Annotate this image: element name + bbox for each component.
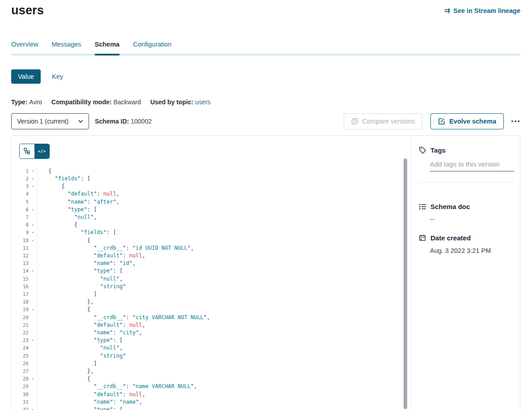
code-text: "null", [37, 275, 123, 283]
line-number: 32 [12, 406, 29, 410]
date-created-section: Date created Aug. 3 2022 3:21 PM [419, 234, 514, 254]
stream-lineage-link[interactable]: ⇉ See in Stream lineage [444, 7, 520, 14]
ellipsis-icon [511, 120, 519, 122]
tags-heading: Tags [419, 146, 514, 154]
fold-gutter [29, 391, 37, 398]
page-header: users ⇉ See in Stream lineage [11, 0, 520, 18]
tab-bar: Overview Messages Schema Configuration [11, 41, 520, 56]
code-text: "default": null, [37, 252, 145, 260]
tab-schema[interactable]: Schema [95, 41, 120, 54]
code-text: "default": null, [37, 391, 145, 398]
topic-link[interactable]: users [195, 98, 210, 106]
code-text: "null", [37, 344, 123, 352]
line-number: 12 [12, 252, 29, 260]
compatibility-mode: Compatibility mode:Backward [51, 98, 141, 106]
tab-configuration[interactable]: Configuration [133, 41, 171, 54]
code-view-button[interactable]: </> [34, 144, 49, 158]
tags-input[interactable] [430, 160, 514, 171]
compatibility-value: Backward [113, 98, 140, 106]
fold-gutter [29, 198, 37, 206]
code-text: { [37, 221, 77, 229]
date-created-heading: Date created [419, 234, 514, 242]
code-line: 7 "null", [12, 214, 411, 221]
value-toggle-button[interactable]: Value [11, 69, 41, 84]
evolve-schema-label: Evolve schema [449, 118, 496, 125]
code-text: "__crdb__": "id UUID NOT NULL", [37, 244, 194, 252]
more-options-button[interactable] [511, 118, 520, 125]
line-number: 5 [12, 198, 29, 206]
code-text: "type": [ [37, 337, 123, 344]
editor-view-toggle: </> [19, 144, 50, 159]
line-number: 29 [12, 383, 29, 390]
fold-arrow[interactable]: ▾ [29, 306, 37, 313]
code-line: 5 "name": "after", [12, 198, 411, 206]
line-number: 8 [12, 221, 29, 229]
code-line: 15 "null", [12, 275, 411, 283]
fold-gutter [29, 244, 37, 252]
line-number: 14 [12, 267, 29, 275]
code-line: 21 "default": null, [12, 321, 411, 329]
key-toggle-link[interactable]: Key [52, 73, 63, 80]
code-line: 4 "default": null, [12, 190, 411, 198]
version-selected-value: Version 1 (current) [17, 118, 68, 125]
schema-doc-value: -- [430, 216, 514, 223]
tree-view-button[interactable] [20, 144, 34, 158]
code-line: 16 "string" [12, 283, 411, 290]
fold-gutter [29, 360, 37, 367]
code-text: "string" [37, 283, 126, 290]
version-select[interactable]: Version 1 (current) [11, 113, 89, 129]
fold-gutter [29, 329, 37, 337]
fold-arrow[interactable]: ▾ [29, 221, 37, 229]
fold-arrow[interactable]: ▾ [29, 337, 37, 344]
code-text: "type": [ [37, 406, 123, 410]
type-label: Type: [11, 98, 27, 106]
fold-gutter [29, 290, 37, 298]
code-line: 2▾ "fields": [ [12, 175, 411, 183]
fold-arrow[interactable]: ▾ [29, 406, 37, 410]
line-number: 24 [12, 344, 29, 352]
code-lines: 1▾{2▾ "fields": [3▾ {4 "default": null,5… [12, 167, 411, 410]
fold-gutter [29, 252, 37, 260]
line-number: 9 [12, 229, 29, 236]
code-text: { [37, 237, 90, 244]
stream-lineage-icon: ⇉ [444, 7, 450, 14]
line-number: 16 [12, 283, 29, 290]
fold-arrow[interactable]: ▾ [29, 237, 37, 244]
code-text: "name": "name", [37, 398, 142, 406]
fold-gutter [29, 321, 37, 329]
type-value: Avro [29, 98, 42, 106]
line-number: 19 [12, 306, 29, 313]
code-line: 29 "__crdb__": "name VARCHAR NULL", [12, 383, 411, 390]
code-text: "default": null, [37, 190, 119, 198]
date-created-title: Date created [430, 234, 471, 242]
code-line: 23▾ "type": [ [12, 337, 411, 344]
fold-gutter [29, 398, 37, 406]
code-line: 20 "__crdb__": "city VARCHAR NOT NULL", [12, 314, 411, 321]
editor-scrollbar[interactable] [404, 158, 407, 409]
code-line: 8▾ { [12, 221, 411, 229]
compare-versions-button[interactable]: Compare versions [344, 113, 423, 129]
fold-arrow[interactable]: ▾ [29, 206, 37, 214]
tab-overview[interactable]: Overview [11, 41, 38, 54]
tab-messages[interactable]: Messages [51, 41, 81, 54]
code-line: 25 "string" [12, 352, 411, 360]
code-text: { [37, 183, 64, 190]
fold-arrow[interactable]: ▾ [29, 167, 37, 175]
fold-arrow[interactable]: ▾ [29, 183, 37, 190]
fold-arrow[interactable]: ▾ [29, 267, 37, 275]
fold-gutter [29, 190, 37, 198]
code-line: 12 "default": null, [12, 252, 411, 260]
line-number: 7 [12, 214, 29, 221]
line-number: 13 [12, 260, 29, 267]
schema-id-value: 100002 [131, 118, 152, 125]
schema-doc-heading: Schema doc [419, 203, 514, 210]
code-text: "default": null, [37, 321, 145, 329]
line-number: 4 [12, 190, 29, 198]
fold-arrow[interactable]: ▾ [29, 175, 37, 183]
code-line: 27 }, [12, 367, 411, 375]
fold-arrow[interactable]: ▾ [29, 375, 37, 383]
evolve-schema-button[interactable]: Evolve schema [430, 113, 504, 129]
code-text: "fields": [ [37, 229, 116, 236]
code-text: "type": [ [37, 267, 123, 275]
fold-arrow[interactable]: ▾ [29, 229, 37, 236]
